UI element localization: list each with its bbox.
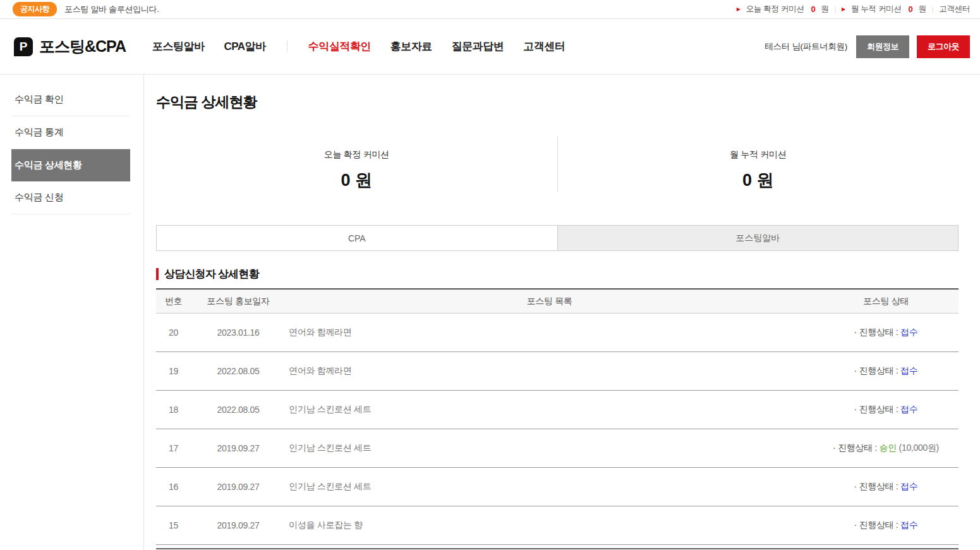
status-link[interactable]: 접수 bbox=[900, 520, 917, 530]
month-commission-unit: 원 bbox=[918, 4, 926, 15]
status-link[interactable]: 접수 bbox=[900, 365, 917, 376]
main-content: 수익금 상세현황 오늘 확정 커미션 0 원 월 누적 커미션 0 원 CPA … bbox=[144, 75, 980, 550]
row-number: 18 bbox=[156, 405, 191, 415]
sidebar-item-revenue-stats[interactable]: 수익금 통계 bbox=[11, 116, 130, 149]
logo-text: 포스팅&CPA bbox=[39, 36, 126, 57]
row-number: 15 bbox=[156, 520, 191, 530]
row-number: 16 bbox=[156, 482, 191, 492]
status-prefix: · 진행상태 : bbox=[833, 443, 877, 453]
today-commission-value: 0 bbox=[811, 4, 815, 14]
col-header-status: 포스팅 상태 bbox=[813, 296, 959, 307]
notice-area: 공지사항 포스팅 알바 솔루션입니다. bbox=[13, 2, 159, 16]
row-status: · 진행상태 : 접수 bbox=[813, 481, 959, 492]
today-commission-label: 오늘 확정 커미션 bbox=[746, 4, 804, 15]
red-arrow-icon: ▶ bbox=[842, 7, 845, 12]
status-prefix: · 진행상태 : bbox=[854, 404, 898, 414]
today-commission-unit: 원 bbox=[821, 4, 828, 15]
row-date: 2019.09.27 bbox=[191, 443, 286, 453]
nav-qna[interactable]: 질문과답변 bbox=[452, 39, 504, 54]
divider: | bbox=[835, 6, 837, 13]
topbar-cs-link[interactable]: 고객센터 bbox=[939, 4, 970, 15]
sidebar-item-revenue-detail[interactable]: 수익금 상세현황 bbox=[11, 149, 130, 181]
table-row: 17 2019.09.27 인기남 스킨로션 세트 · 진행상태 : 승인 (1… bbox=[156, 429, 959, 468]
table-header: 번호 포스팅 홍보일자 포스팅 목록 포스팅 상태 bbox=[156, 288, 959, 314]
row-date: 2023.01.16 bbox=[191, 327, 286, 338]
table-row: 15 2019.09.27 이성을 사로잡는 향 · 진행상태 : 접수 bbox=[156, 506, 959, 545]
nav-posting-alba[interactable]: 포스팅알바 bbox=[152, 39, 205, 54]
row-title: 연어와 함께라면 bbox=[286, 365, 813, 377]
nav-promo-materials[interactable]: 홍보자료 bbox=[390, 39, 432, 54]
status-link[interactable]: 접수 bbox=[900, 404, 917, 414]
status-prefix: · 진행상태 : bbox=[854, 365, 898, 376]
row-date: 2022.08.05 bbox=[191, 405, 286, 415]
nav-cpa-alba[interactable]: CPA알바 bbox=[224, 39, 265, 54]
row-date: 2019.09.27 bbox=[191, 482, 286, 492]
status-link[interactable]: 승인 bbox=[880, 443, 897, 453]
content-wrap: 수익금 확인 수익금 통계 수익금 상세현황 수익금 신청 수익금 상세현황 오… bbox=[0, 75, 980, 550]
row-number: 20 bbox=[156, 327, 191, 338]
status-prefix: · 진행상태 : bbox=[854, 481, 898, 491]
row-status: · 진행상태 : 접수 bbox=[813, 365, 959, 377]
row-date: 2019.09.27 bbox=[191, 520, 286, 530]
stat-today-commission: 오늘 확정 커미션 0 원 bbox=[156, 137, 557, 192]
stat-month-commission: 월 누적 커미션 0 원 bbox=[557, 137, 959, 192]
category-tabs: CPA 포스팅알바 bbox=[156, 225, 959, 251]
row-status: · 진행상태 : 접수 bbox=[813, 520, 959, 531]
stat-value: 0 원 bbox=[558, 169, 959, 192]
commission-stats: 오늘 확정 커미션 0 원 월 누적 커미션 0 원 bbox=[156, 137, 959, 192]
logo-p-icon: P bbox=[14, 37, 33, 56]
status-link[interactable]: 접수 bbox=[900, 481, 917, 491]
consult-detail-table: 번호 포스팅 홍보일자 포스팅 목록 포스팅 상태 20 2023.01.16 … bbox=[156, 288, 959, 549]
stat-label: 월 누적 커미션 bbox=[558, 149, 959, 161]
section-title: 상담신청자 상세현황 bbox=[156, 268, 959, 280]
row-status: · 진행상태 : 승인 (10,000원) bbox=[813, 443, 959, 454]
row-number: 19 bbox=[156, 366, 191, 376]
status-prefix: · 진행상태 : bbox=[854, 520, 898, 530]
user-name: 테스터 님(파트너회원) bbox=[765, 41, 847, 52]
nav-divider bbox=[287, 41, 287, 52]
row-number: 17 bbox=[156, 443, 191, 453]
divider: | bbox=[932, 6, 934, 13]
logo[interactable]: P 포스팅&CPA bbox=[14, 36, 126, 57]
row-status: · 진행상태 : 접수 bbox=[813, 404, 959, 415]
sidebar: 수익금 확인 수익금 통계 수익금 상세현황 수익금 신청 bbox=[0, 75, 144, 550]
nav-revenue-check[interactable]: 수익실적확인 bbox=[308, 39, 371, 54]
row-title: 연어와 함께라면 bbox=[286, 327, 813, 338]
status-prefix: · 진행상태 : bbox=[854, 327, 898, 337]
topbar-commission-summary: ▶ 오늘 확정 커미션 0 원 | ▶ 월 누적 커미션 0 원 | 고객센터 bbox=[737, 4, 970, 15]
col-header-title: 포스팅 목록 bbox=[286, 296, 813, 307]
row-status: · 진행상태 : 접수 bbox=[813, 327, 959, 338]
row-title: 이성을 사로잡는 향 bbox=[286, 520, 813, 531]
row-date: 2022.08.05 bbox=[191, 366, 286, 376]
main-nav: 포스팅알바 CPA알바 수익실적확인 홍보자료 질문과답변 고객센터 bbox=[152, 39, 565, 54]
notice-text: 포스팅 알바 솔루션입니다. bbox=[64, 4, 159, 15]
month-commission-label: 월 누적 커미션 bbox=[851, 4, 902, 15]
month-commission-value: 0 bbox=[908, 4, 912, 14]
member-info-button[interactable]: 회원정보 bbox=[856, 35, 909, 58]
tab-cpa[interactable]: CPA bbox=[156, 225, 558, 251]
row-title: 인기남 스킨로션 세트 bbox=[286, 404, 813, 415]
sidebar-item-revenue-request[interactable]: 수익금 신청 bbox=[11, 181, 130, 214]
status-amount: (10,000원) bbox=[899, 443, 939, 453]
sidebar-item-revenue-check[interactable]: 수익금 확인 bbox=[11, 83, 130, 116]
header: P 포스팅&CPA 포스팅알바 CPA알바 수익실적확인 홍보자료 질문과답변 … bbox=[0, 19, 980, 75]
header-user-area: 테스터 님(파트너회원) 회원정보 로그아웃 bbox=[765, 35, 970, 58]
table-row: 19 2022.08.05 연어와 함께라면 · 진행상태 : 접수 bbox=[156, 352, 959, 391]
row-title: 인기남 스킨로션 세트 bbox=[286, 481, 813, 492]
table-row: 20 2023.01.16 연어와 함께라면 · 진행상태 : 접수 bbox=[156, 314, 959, 352]
logout-button[interactable]: 로그아웃 bbox=[917, 35, 970, 58]
row-title: 인기남 스킨로션 세트 bbox=[286, 443, 813, 454]
notice-badge[interactable]: 공지사항 bbox=[13, 2, 57, 16]
nav-customer-center[interactable]: 고객센터 bbox=[523, 39, 565, 54]
stat-label: 오늘 확정 커미션 bbox=[156, 149, 557, 161]
tab-posting-alba[interactable]: 포스팅알바 bbox=[557, 225, 959, 251]
stat-value: 0 원 bbox=[156, 169, 557, 192]
notice-topbar: 공지사항 포스팅 알바 솔루션입니다. ▶ 오늘 확정 커미션 0 원 | ▶ … bbox=[0, 0, 980, 19]
red-arrow-icon: ▶ bbox=[737, 7, 741, 12]
table-row: 18 2022.08.05 인기남 스킨로션 세트 · 진행상태 : 접수 bbox=[156, 391, 959, 429]
page-title: 수익금 상세현황 bbox=[156, 92, 959, 112]
status-link[interactable]: 접수 bbox=[900, 327, 917, 337]
col-header-no: 번호 bbox=[156, 296, 191, 307]
table-row: 16 2019.09.27 인기남 스킨로션 세트 · 진행상태 : 접수 bbox=[156, 468, 959, 506]
col-header-date: 포스팅 홍보일자 bbox=[191, 296, 286, 307]
